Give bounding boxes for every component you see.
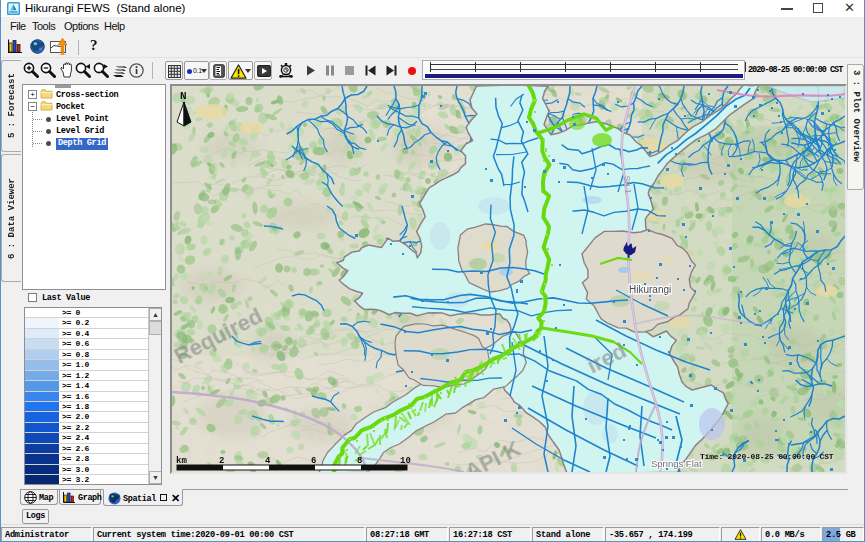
svg-text:Springs Flat: Springs Flat: [651, 458, 702, 469]
svg-text:SH 1: SH 1: [622, 175, 633, 194]
svg-text:Hikurangi: Hikurangi: [629, 284, 671, 295]
svg-text:Time: 2020-08-25 00:00:00 CST: Time: 2020-08-25 00:00:00 CST: [700, 452, 834, 461]
svg-text:N: N: [180, 90, 187, 102]
